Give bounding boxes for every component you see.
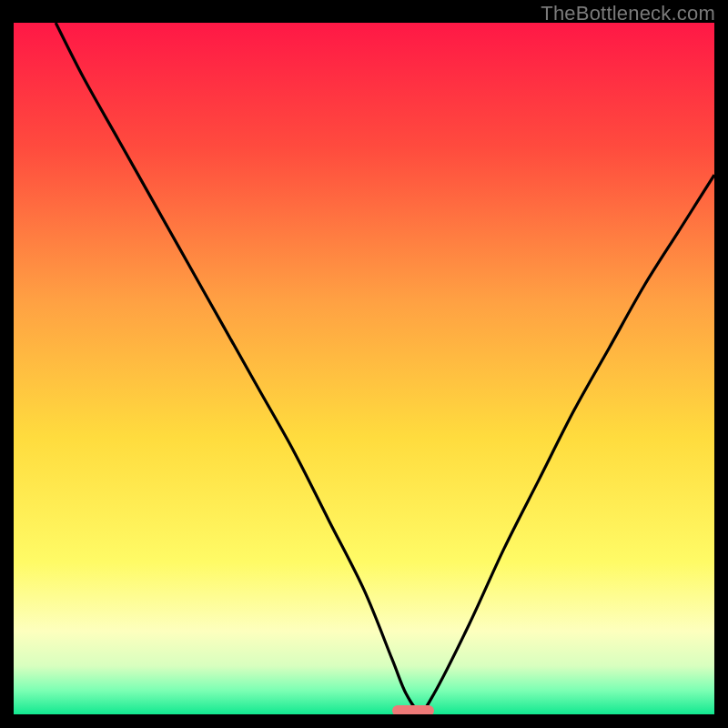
optimal-range-marker [392, 705, 434, 714]
bottleneck-curve [14, 23, 714, 714]
chart-frame: TheBottleneck.com [0, 0, 728, 728]
plot-area [14, 23, 714, 714]
